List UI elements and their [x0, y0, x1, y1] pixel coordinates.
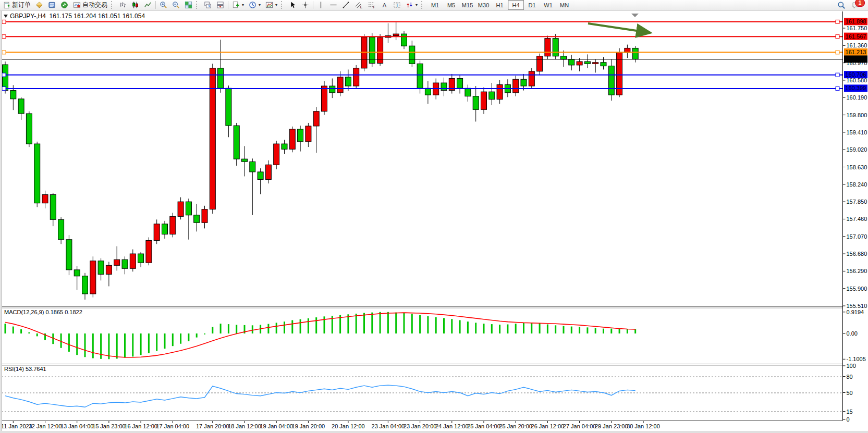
candle — [146, 237, 152, 265]
svg-text:-1.1005: -1.1005 — [847, 356, 866, 362]
trendline-button[interactable] — [340, 0, 352, 10]
toolbar: 新订单 自动交易 ▾ ▾ — [0, 0, 868, 10]
chart-symbol-label[interactable]: GBPJPY-,H4 161.175 161.204 161.051 161.0… — [4, 13, 145, 20]
timeframe-button-mn[interactable]: MN — [556, 0, 572, 10]
new-chart-icon — [232, 1, 240, 9]
candle — [569, 55, 574, 70]
trading-terminal: { "toolbar": { "new_order_label": "新订单",… — [0, 0, 868, 433]
autotrade-button[interactable]: 自动交易 — [71, 0, 109, 10]
time-axis[interactable]: 11 Jan 202312 Jan 12:0013 Jan 04:0015 Ja… — [1, 421, 660, 429]
cursor-button[interactable] — [287, 0, 299, 10]
line-anchor-marker[interactable] — [2, 35, 6, 39]
line-anchor-marker[interactable] — [836, 35, 839, 39]
timeframe-button-m15[interactable]: M15 — [459, 0, 475, 10]
templates-button[interactable]: ▾ — [263, 0, 279, 10]
new-order-button[interactable]: 新订单 — [1, 0, 33, 10]
candle — [282, 140, 287, 154]
zoom-out-button[interactable] — [170, 0, 182, 10]
search-button[interactable] — [835, 0, 848, 10]
periods-button[interactable]: ▾ — [247, 0, 263, 10]
new-chart-button[interactable]: ▾ — [230, 0, 246, 10]
bar-chart-button[interactable] — [117, 0, 129, 10]
candlestick-series — [3, 22, 639, 300]
timeframe-button-d1[interactable]: D1 — [524, 0, 540, 10]
svg-text:26 Jan 12:00: 26 Jan 12:00 — [531, 423, 565, 429]
label-tool-button[interactable]: T — [391, 0, 403, 10]
candle — [497, 80, 503, 104]
svg-text:50: 50 — [847, 390, 853, 396]
svg-text:80: 80 — [847, 374, 853, 380]
chart-title-text: GBPJPY-,H4 161.175 161.204 161.051 161.0… — [10, 13, 145, 20]
crosshair-button[interactable] — [299, 0, 311, 10]
macd-histogram — [5, 312, 635, 359]
price-badge-current-price: 161.054 — [844, 55, 867, 63]
svg-text:17 Jan 04:00: 17 Jan 04:00 — [156, 423, 189, 429]
vertical-line-icon — [317, 1, 325, 9]
channel-icon: E — [354, 1, 363, 9]
svg-text:161.360: 161.360 — [847, 42, 867, 48]
candle — [617, 48, 622, 97]
svg-text:161.750: 161.750 — [847, 25, 867, 31]
crosshair-icon — [301, 1, 309, 9]
data-window-button[interactable] — [46, 0, 58, 10]
arrows-tool-button[interactable]: ▾ — [404, 0, 420, 10]
line-anchor-marker[interactable] — [2, 51, 6, 54]
equidistant-channel-button[interactable]: E — [352, 0, 365, 10]
timeframe-button-w1[interactable]: W1 — [540, 0, 556, 10]
trend-arrow-annotation[interactable] — [588, 23, 651, 33]
chart-shift-marker[interactable] — [631, 14, 639, 17]
candle — [593, 59, 598, 73]
line-anchor-marker[interactable] — [836, 20, 839, 23]
tile-windows-button[interactable] — [182, 0, 194, 10]
candlestick-chart-icon — [131, 1, 139, 9]
line-anchor-marker[interactable] — [2, 73, 6, 77]
candle — [584, 54, 590, 68]
window-left-border — [0, 11, 2, 433]
zoom-in-button[interactable] — [157, 0, 169, 10]
candle — [250, 158, 255, 215]
one-click-trading-arrow-icon[interactable] — [4, 15, 8, 18]
text-tool-button[interactable]: A — [378, 0, 390, 10]
timeframe-button-m30[interactable]: M30 — [475, 0, 492, 10]
window-bottom-border — [0, 431, 868, 433]
fibonacci-button[interactable]: F — [365, 0, 378, 10]
chart-canvas[interactable]: 161.750161.360160.970160.580160.190159.8… — [0, 11, 868, 433]
svg-text:15 Jan 23:00: 15 Jan 23:00 — [92, 423, 126, 429]
zoom-out-icon — [172, 1, 180, 9]
timeframe-button-h1[interactable]: H1 — [492, 0, 508, 10]
line-anchor-marker[interactable] — [836, 86, 839, 90]
line-anchor-marker[interactable] — [2, 86, 6, 90]
panel-splitter[interactable] — [1, 306, 843, 308]
rsi-line — [5, 385, 635, 407]
line-chart-button[interactable] — [142, 0, 154, 10]
line-anchor-marker[interactable] — [836, 51, 839, 54]
arrange-windows-button[interactable] — [214, 0, 226, 10]
price-badge-support-line: 160.706 — [844, 71, 867, 78]
market-watch-button[interactable] — [33, 0, 45, 10]
horizontal-line-button[interactable] — [327, 0, 339, 10]
chevron-down-icon: ▾ — [242, 3, 244, 7]
candle — [289, 127, 295, 153]
trendline-icon — [342, 1, 350, 9]
line-anchor-marker[interactable] — [836, 73, 839, 77]
toolbar-separator — [313, 1, 313, 9]
vertical-line-button[interactable] — [315, 0, 327, 10]
candle — [401, 31, 407, 49]
timeframe-button-m5[interactable]: M5 — [443, 0, 459, 10]
candle — [202, 206, 207, 229]
candle — [305, 123, 311, 147]
candle — [274, 141, 279, 169]
signals-button[interactable] — [58, 0, 70, 10]
line-anchor-marker[interactable] — [2, 20, 6, 23]
candle — [529, 68, 534, 88]
timeframe-button-h4[interactable]: H4 — [508, 0, 524, 10]
panel-splitter[interactable] — [1, 364, 843, 365]
notifications-button[interactable]: 1 — [850, 0, 863, 10]
cascade-windows-button[interactable] — [202, 0, 214, 10]
candlestick-chart-button[interactable] — [129, 0, 141, 10]
svg-text:160.190: 160.190 — [847, 94, 867, 101]
candle — [481, 88, 487, 114]
candle — [521, 74, 527, 91]
timeframe-button-m1[interactable]: M1 — [427, 0, 443, 10]
candle — [457, 75, 463, 94]
